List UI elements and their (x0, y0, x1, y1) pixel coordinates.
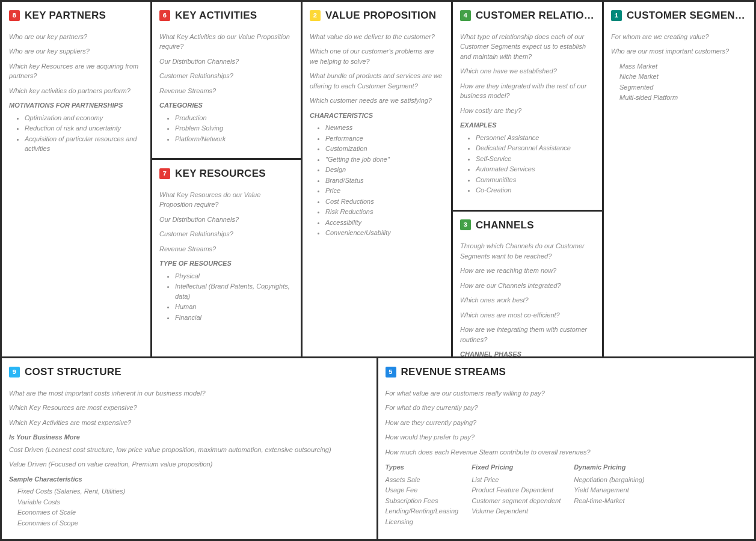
item-list: PhysicalIntellectual (Brand Patents, Cop… (159, 271, 293, 323)
list-item: Dedicated Personnel Assistance (476, 143, 595, 153)
revenue-column: TypesAssets SaleUsage FeeSubscription Fe… (386, 462, 459, 527)
list-item: Which Key Activities are most expensive? (9, 418, 369, 428)
list-item: "Getting the job done" (325, 154, 444, 165)
list-item: Production (175, 113, 293, 123)
number-badge: 1 (611, 10, 622, 21)
subheading: CHANNEL PHASES (460, 349, 595, 356)
list-item: Which key activities do partners perform… (9, 86, 143, 96)
revenue-column: Fixed PricingList PriceProduct Feature D… (472, 462, 561, 527)
bottom-row: 9 COST STRUCTURE What are the most impor… (2, 358, 754, 539)
question-list: What type of relationship does each of o… (460, 32, 595, 116)
subheading: TYPE OF RESOURCES (159, 258, 293, 269)
title-text: CUSTOMER SEGMEN… (627, 8, 745, 23)
list-item: Which one of our customer's problems are… (310, 46, 444, 66)
item-list: ProductionProblem SolvingPlatform/Networ… (159, 113, 293, 144)
list-item: Our Distribution Channels? (159, 57, 293, 67)
item-list: Personnel AssistanceDedicated Personnel … (460, 133, 595, 195)
subheading: EXAMPLES (460, 120, 595, 130)
list-item: Economies of Scope (17, 518, 369, 528)
list-item: Financial (175, 313, 293, 323)
column-header: Types (386, 462, 459, 472)
list-item: Which Key Resources are most expensive? (9, 403, 369, 413)
list-item: Brand/Status (325, 176, 444, 186)
number-badge: 7 (159, 168, 170, 179)
section-body: For whom are we creating value?Who are o… (611, 32, 747, 103)
number-badge: 2 (310, 10, 321, 21)
column-row: Subscription Fees (386, 496, 459, 506)
list-item: Who are our most important customers? (611, 46, 747, 57)
list-item: Cost Driven (Leanest cost structure, low… (9, 445, 369, 455)
list-item: How are our Channels integrated? (460, 281, 595, 291)
list-item: Through which Channels do our Customer S… (460, 241, 595, 261)
list-item: Newness (325, 123, 444, 133)
column-header: Dynamic Pricing (574, 462, 644, 472)
list-item: Customization (325, 144, 444, 154)
section-title: 5 REVENUE STREAMS (386, 364, 748, 380)
line-list: Cost Driven (Leanest cost structure, low… (9, 445, 369, 469)
number-badge: 3 (460, 219, 471, 230)
col-activities-resources: 6 KEY ACTIVITIES What Key Activities do … (152, 2, 303, 356)
revenue-columns: TypesAssets SaleUsage FeeSubscription Fe… (386, 462, 748, 527)
list-item: For what value are our customers really … (386, 388, 748, 399)
list-item: Cost Reductions (325, 197, 444, 207)
column-header: Fixed Pricing (472, 462, 561, 472)
list-item: Acquisition of particular resources and … (25, 134, 143, 154)
section-key-activities: 6 KEY ACTIVITIES What Key Activities do … (152, 2, 301, 160)
title-text: VALUE PROPOSITION (325, 8, 436, 23)
list-item: Which key Resources are we acquiring fro… (9, 61, 143, 81)
col-customer-segments: 1 CUSTOMER SEGMEN… For whom are we creat… (604, 2, 754, 356)
list-item: Customer Relationships? (159, 71, 293, 81)
section-title: 6 KEY ACTIVITIES (159, 8, 293, 23)
list-item: Multi-sided Platform (619, 93, 747, 103)
list-item: Performance (325, 133, 444, 144)
col-relationships-channels: 4 CUSTOMER RELATIO… What type of relatio… (453, 2, 604, 356)
title-text: KEY RESOURCES (175, 166, 266, 182)
title-text: CUSTOMER RELATIO… (476, 8, 594, 23)
list-item: Which ones work best? (460, 295, 595, 305)
section-key-resources: 7 KEY RESOURCES What Key Resources do ou… (152, 160, 301, 356)
col-value-proposition: 2 VALUE PROPOSITION What value do we del… (303, 2, 453, 356)
list-item: Customer Relationships? (159, 229, 293, 239)
subheading: CHARACTERISTICS (310, 111, 444, 121)
section-body: What Key Activities do our Value Proposi… (159, 32, 293, 144)
business-model-canvas: 8 KEY PARTNERS Who are our key partners?… (0, 0, 756, 541)
section-body: What value do we deliver to the customer… (310, 32, 444, 238)
subheading: Sample Characteristics (9, 474, 369, 484)
section-body: What type of relationship does each of o… (460, 32, 595, 195)
number-badge: 6 (159, 10, 170, 21)
number-badge: 9 (9, 367, 20, 377)
title-text: CHANNELS (476, 218, 534, 233)
column-row: Lending/Renting/Leasing (386, 506, 459, 516)
col-key-partners: 8 KEY PARTNERS Who are our key partners?… (2, 2, 152, 356)
column-row: Customer segment dependent (472, 496, 561, 506)
list-item: Problem Solving (175, 123, 293, 133)
list-item: Who are our key suppliers? (9, 46, 143, 57)
column-row: List Price (472, 475, 561, 485)
list-item: Co-Creation (476, 185, 595, 195)
plain-list: Mass MarketNiche MarketSegmentedMulti-si… (611, 61, 747, 103)
section-body: What Key Resources do our Value Proposit… (159, 190, 293, 323)
list-item: How are we reaching them now? (460, 266, 595, 276)
list-item: Revenue Streams? (159, 86, 293, 96)
section-body: What are the most important costs inhere… (9, 388, 369, 528)
list-item: How are they integrated with the rest of… (460, 81, 595, 101)
list-item: Value Driven (Focused on value creation,… (9, 459, 369, 469)
list-item: How costly are they? (460, 106, 595, 116)
question-list: What Key Resources do our Value Proposit… (159, 190, 293, 254)
number-badge: 5 (386, 367, 396, 377)
list-item: Fixed Costs (Salaries, Rent, Utilities) (17, 486, 369, 497)
column-row: Product Feature Dependent (472, 485, 561, 495)
item-list: NewnessPerformanceCustomization"Getting … (310, 123, 444, 238)
list-item: Price (325, 186, 444, 196)
list-item: How much does each Revenue Steam contrib… (386, 447, 748, 457)
list-item: Which customer needs are we satisfying? (310, 96, 444, 106)
subheading: CATEGORIES (159, 100, 293, 111)
list-item: Physical (175, 271, 293, 281)
list-item: Personnel Assistance (476, 133, 595, 143)
item-list: Optimization and economyReduction of ris… (9, 113, 143, 154)
section-revenue-streams: 5 REVENUE STREAMS For what value are our… (378, 358, 755, 539)
list-item: What Key Activities do our Value Proposi… (159, 32, 293, 52)
list-item: Variable Costs (17, 497, 369, 507)
list-item: Risk Reductions (325, 207, 444, 217)
title-text: REVENUE STREAMS (401, 364, 506, 380)
